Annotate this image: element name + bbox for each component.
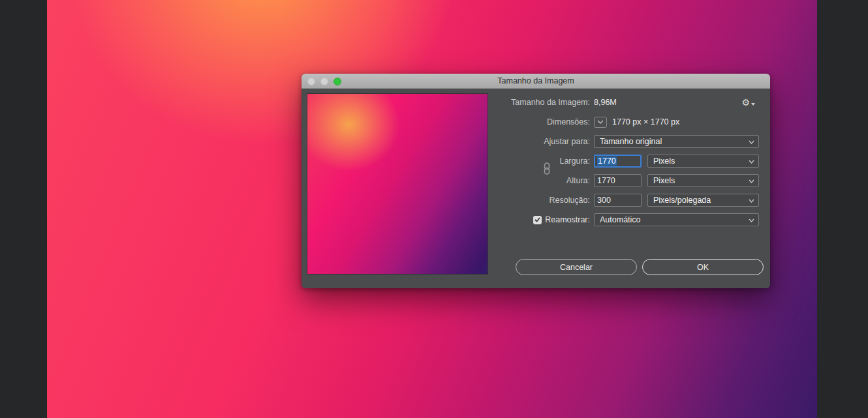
dialog-buttons: Cancelar OK <box>516 259 764 275</box>
resolution-unit-select[interactable]: Pixels/polegada <box>647 194 759 207</box>
height-row: Altura: 1770 Pixels <box>510 173 764 188</box>
dialog-titlebar[interactable]: Tamanho da Imagem <box>302 74 770 89</box>
dialog-title: Tamanho da Imagem <box>302 74 770 89</box>
cancel-button[interactable]: Cancelar <box>516 259 637 275</box>
image-preview[interactable] <box>307 93 488 275</box>
resolution-unit-value: Pixels/polegada <box>653 196 711 205</box>
height-label: Altura: <box>510 176 594 185</box>
dimensions-value: 1770 px × 1770 px <box>612 117 679 127</box>
resolution-value: 300 <box>597 196 611 205</box>
chevron-down-icon <box>749 160 754 164</box>
resample-checkbox[interactable] <box>533 216 542 224</box>
caret-down-icon <box>751 103 755 106</box>
link-dimensions-icon[interactable] <box>543 162 551 175</box>
chevron-down-icon <box>597 120 604 124</box>
height-unit-select[interactable]: Pixels <box>647 174 759 187</box>
fit-to-value: Tamanho original <box>600 137 662 146</box>
dimensions-row: Dimensões: 1770 px × 1770 px <box>510 115 764 129</box>
gear-icon: ⚙ <box>741 98 750 107</box>
resolution-label: Resolução: <box>510 196 594 205</box>
image-size-dialog: Tamanho da Imagem Tamanho da Imagem: 8,9… <box>302 74 770 288</box>
resolution-row: Resolução: 300 Pixels/polegada <box>510 193 764 207</box>
resample-row: Reamostrar: Automático <box>510 213 764 227</box>
gear-menu-button[interactable]: ⚙ <box>741 95 755 110</box>
fit-to-select[interactable]: Tamanho original <box>594 135 759 148</box>
chevron-down-icon <box>749 218 754 222</box>
resample-select[interactable]: Automático <box>594 213 759 226</box>
width-label: Largura: <box>510 157 594 166</box>
ok-button[interactable]: OK <box>642 259 764 275</box>
height-input[interactable]: 1770 <box>594 174 642 187</box>
height-unit-value: Pixels <box>653 176 675 185</box>
photoshop-screen: Tamanho da Imagem Tamanho da Imagem: 8,9… <box>0 0 868 418</box>
width-value-selected: 1770 <box>597 157 617 166</box>
chevron-down-icon <box>749 199 754 203</box>
image-size-label: Tamanho da Imagem: <box>510 98 594 107</box>
settings-pane: Tamanho da Imagem: 8,96M ⚙ Dimensões: <box>510 89 764 288</box>
width-input[interactable]: 1770 <box>594 155 642 168</box>
checkmark-icon <box>535 217 540 222</box>
chevron-down-icon <box>749 179 754 183</box>
image-size-value: 8,96M <box>594 98 617 107</box>
fit-to-label: Ajustar para: <box>510 137 594 146</box>
dialog-body: Tamanho da Imagem: 8,96M ⚙ Dimensões: <box>302 89 770 288</box>
image-size-row: Tamanho da Imagem: 8,96M ⚙ <box>510 95 764 110</box>
height-value: 1770 <box>597 176 615 185</box>
width-unit-value: Pixels <box>653 157 675 166</box>
dimensions-label: Dimensões: <box>510 117 594 127</box>
resample-label: Reamostrar: <box>545 215 590 224</box>
workspace-right-panel <box>817 0 868 418</box>
resample-value: Automático <box>600 215 641 224</box>
width-unit-select[interactable]: Pixels <box>647 155 759 168</box>
workspace-left-panel <box>0 0 47 418</box>
dimensions-unit-button[interactable] <box>594 117 607 128</box>
chevron-down-icon <box>749 140 754 144</box>
fit-to-row: Ajustar para: Tamanho original <box>510 134 764 149</box>
resolution-input[interactable]: 300 <box>594 194 642 207</box>
